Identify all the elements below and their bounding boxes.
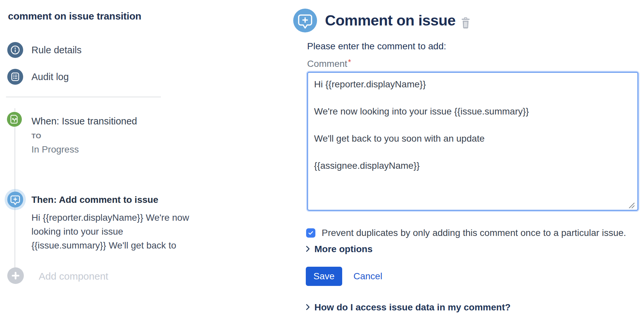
issue-transitioned-icon (7, 112, 22, 127)
rule-title: comment on issue transition (8, 10, 141, 23)
plus-icon[interactable] (7, 267, 24, 284)
sidebar-item-label: Audit log (31, 71, 69, 82)
action-preview-line: Hi {{reporter.displayName}} We're now (31, 211, 189, 225)
sidebar-divider (6, 97, 161, 97)
help-link-label: How do I access issue data in my comment… (314, 302, 511, 313)
cancel-button[interactable]: Cancel (352, 267, 384, 286)
chevron-right-icon (305, 245, 310, 254)
timeline-connector (15, 108, 15, 111)
action-preview-line: looking into your issue (31, 225, 189, 239)
required-marker: * (348, 58, 351, 67)
page-title: Comment on issue (325, 12, 456, 29)
prevent-duplicates-row[interactable]: Prevent duplicates by only adding this c… (306, 228, 626, 238)
checkbox-checked-icon[interactable] (306, 228, 315, 238)
sidebar-item-audit-log[interactable]: Audit log (7, 69, 69, 85)
more-options-label: More options (314, 244, 373, 254)
help-link-toggle[interactable]: How do I access issue data in my comment… (305, 302, 511, 313)
trigger-connector-label: TO (31, 132, 41, 140)
info-icon (7, 42, 23, 58)
trigger-value: In Progress (31, 145, 79, 155)
add-component-button[interactable]: Add component (39, 271, 108, 281)
comment-plus-icon (7, 192, 23, 207)
comment-plus-icon (293, 9, 317, 32)
comment-label-text: Comment (307, 59, 347, 69)
resize-handle-icon[interactable] (627, 201, 636, 210)
trigger-title[interactable]: When: Issue transitioned (31, 116, 137, 126)
action-preview[interactable]: Hi {{reporter.displayName}} We're now lo… (31, 211, 189, 252)
more-options-toggle[interactable]: More options (305, 244, 373, 254)
action-preview-line: {{issue.summary}} We'll get back to (31, 239, 189, 252)
sidebar-item-rule-details[interactable]: Rule details (7, 42, 82, 58)
save-button[interactable]: Save (306, 267, 342, 286)
automation-rule-editor: comment on issue transition Rule details… (0, 0, 644, 319)
prevent-duplicates-label: Prevent duplicates by only adding this c… (322, 228, 626, 238)
form-prompt: Please enter the comment to add: (307, 41, 446, 52)
trash-icon[interactable] (461, 17, 471, 29)
chevron-right-icon (305, 303, 310, 312)
comment-field-label: Comment* (307, 57, 351, 69)
audit-log-icon (7, 69, 23, 85)
action-title[interactable]: Then: Add comment to issue (31, 195, 158, 205)
sidebar-item-label: Rule details (31, 45, 82, 56)
comment-textarea[interactable]: Hi {{reporter.displayName}} We're now lo… (307, 72, 638, 211)
